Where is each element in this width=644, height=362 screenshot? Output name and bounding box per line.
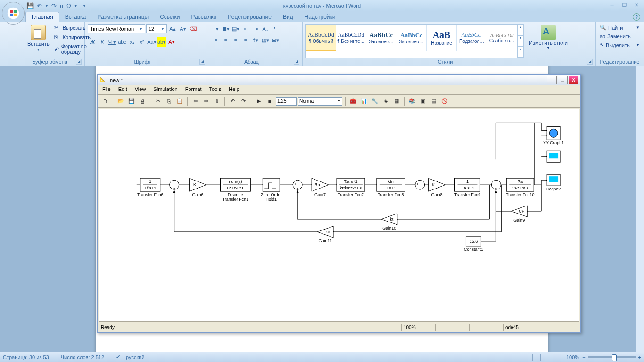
find-button[interactable]: 🔍Найти▼ bbox=[599, 24, 641, 31]
decrease-indent-button[interactable]: ⇤ bbox=[241, 24, 250, 33]
status-page[interactable]: Страница: 30 из 53 bbox=[3, 354, 49, 360]
sim-close-button[interactable]: X bbox=[569, 76, 578, 84]
qat-redo-icon[interactable]: ↷ bbox=[51, 2, 57, 9]
paste-button[interactable]: Вставить ▼ bbox=[25, 24, 51, 58]
paragraph-dialog-launcher[interactable]: ◢ bbox=[294, 59, 299, 65]
menu-format[interactable]: Format bbox=[185, 86, 202, 93]
menu-simulation[interactable]: Simulation bbox=[153, 86, 177, 93]
block-sum1[interactable]: +- bbox=[170, 180, 179, 190]
block-scope2[interactable]: Scope2 bbox=[546, 174, 561, 191]
view-print-button[interactable] bbox=[510, 354, 518, 361]
run-icon[interactable]: ▶ bbox=[254, 97, 264, 106]
block-gain7[interactable]: Ra Gain7 bbox=[312, 178, 329, 197]
block-transfer-fcn8[interactable]: ktn T.s+1 Transfer Fcn8 bbox=[377, 178, 405, 197]
select-button[interactable]: ↖Выделить▼ bbox=[599, 41, 641, 49]
block-sum3[interactable]: ++ bbox=[415, 180, 425, 189]
numbering-button[interactable]: ≣▾ bbox=[221, 24, 231, 33]
save-icon[interactable]: 💾 bbox=[127, 97, 136, 106]
multilevel-button[interactable]: ▤▾ bbox=[231, 24, 240, 33]
tab-references[interactable]: Ссылки bbox=[154, 12, 185, 22]
font-size-combo[interactable]: 12▼ bbox=[146, 24, 167, 33]
tab-insert[interactable]: Вставка bbox=[59, 12, 92, 22]
sim-mode-combo[interactable]: Normal▼ bbox=[298, 97, 342, 106]
menu-help[interactable]: Help bbox=[229, 86, 239, 93]
up-icon[interactable]: ⇧ bbox=[212, 97, 222, 106]
maximize-button[interactable]: ❐ bbox=[619, 1, 630, 8]
bold-button[interactable]: Ж bbox=[88, 37, 97, 47]
block-constant1[interactable]: 15.6 Constant1 bbox=[464, 237, 483, 252]
style-title[interactable]: АаВНазвание bbox=[427, 25, 457, 51]
style-normal[interactable]: AaBbCcDd¶ Обычный bbox=[306, 25, 336, 51]
print-icon[interactable]: 🖨 bbox=[138, 97, 147, 106]
view-web-button[interactable] bbox=[532, 354, 541, 361]
block-transfer-fcn7[interactable]: T.a.s+1 kt*ktn*2*T.s Transfer Fcn7 bbox=[337, 178, 365, 197]
open-icon[interactable]: 📂 bbox=[116, 97, 125, 106]
borders-button[interactable]: ⊞▾ bbox=[271, 35, 280, 45]
style-heading2[interactable]: AaBbCcЗаголово… bbox=[396, 25, 427, 51]
menu-view[interactable]: View bbox=[135, 86, 146, 93]
tab-view[interactable]: Вид bbox=[277, 12, 299, 22]
zoom-value[interactable]: 100% bbox=[566, 354, 579, 360]
qat-pi-icon[interactable]: π bbox=[59, 2, 64, 9]
block-gain9[interactable]: CF Gain9 bbox=[511, 206, 527, 222]
increase-indent-button[interactable]: ⇥ bbox=[251, 24, 260, 33]
spell-icon[interactable]: ✔ bbox=[116, 354, 120, 360]
redo-icon[interactable]: ↷ bbox=[239, 97, 248, 106]
font-dialog-launcher[interactable]: ◢ bbox=[199, 59, 205, 65]
font-face-combo[interactable]: Times New Roman▼ bbox=[88, 24, 145, 33]
align-left-button[interactable]: ≡ bbox=[211, 35, 221, 45]
block-zoh1[interactable]: Zero-Order Hold1 bbox=[261, 178, 281, 202]
paste-icon[interactable]: 📋 bbox=[175, 97, 184, 106]
subscript-button[interactable]: x₂ bbox=[127, 37, 137, 47]
grow-font-button[interactable]: A▴ bbox=[168, 24, 177, 33]
stoptime-input[interactable] bbox=[276, 97, 297, 106]
block-sink[interactable] bbox=[547, 151, 560, 162]
tool-h-icon[interactable]: ▤ bbox=[429, 97, 438, 106]
font-color-button[interactable]: A▾ bbox=[167, 37, 176, 47]
help-button[interactable]: ? bbox=[633, 13, 640, 21]
zoom-out-button[interactable]: − bbox=[582, 354, 585, 360]
block-discrete-tf1[interactable]: num(z) 8*Tz-8*T Discrete Transfer Fcn1 bbox=[220, 178, 250, 202]
tab-home[interactable]: Главная bbox=[25, 12, 59, 22]
justify-button[interactable]: ≡ bbox=[241, 35, 250, 45]
tool-b-icon[interactable]: 📊 bbox=[359, 97, 369, 106]
tab-review[interactable]: Рецензирование bbox=[222, 12, 277, 22]
clipboard-dialog-launcher[interactable]: ◢ bbox=[76, 59, 82, 65]
shrink-font-button[interactable]: A▾ bbox=[178, 24, 188, 33]
block-sum4[interactable]: +- bbox=[491, 180, 501, 190]
tab-mailings[interactable]: Рассылки bbox=[185, 12, 222, 22]
qat-undo-icon[interactable]: ↶ bbox=[37, 2, 42, 9]
styles-scroll[interactable]: ▴▾▾ bbox=[517, 25, 524, 58]
tool-a-icon[interactable]: 🧰 bbox=[348, 97, 358, 106]
back-icon[interactable]: ⇦ bbox=[190, 97, 200, 106]
zoom-in-button[interactable]: + bbox=[638, 354, 641, 360]
tool-g-icon[interactable]: ▣ bbox=[418, 97, 428, 106]
styles-gallery[interactable]: AaBbCcDd¶ Обычный AaBbCcDd¶ Без инте… Aa… bbox=[305, 24, 524, 58]
strike-button[interactable]: abc bbox=[117, 37, 127, 47]
view-read-button[interactable] bbox=[521, 354, 529, 361]
cut-icon[interactable]: ✂ bbox=[153, 97, 163, 106]
sim-minimize-button[interactable]: _ bbox=[547, 76, 557, 84]
menu-tools[interactable]: Tools bbox=[209, 86, 222, 93]
replace-button[interactable]: abЗаменить bbox=[599, 33, 641, 40]
style-heading1[interactable]: AaBbCcЗаголово… bbox=[366, 25, 396, 51]
qat-undo-dropdown[interactable]: ▼ bbox=[45, 4, 49, 8]
underline-button[interactable]: Ч ▾ bbox=[107, 37, 117, 47]
status-words[interactable]: Число слов: 2 512 bbox=[61, 354, 104, 360]
tool-c-icon[interactable]: 🔧 bbox=[370, 97, 380, 106]
italic-button[interactable]: К bbox=[98, 37, 107, 47]
new-icon[interactable]: 🗋 bbox=[100, 97, 110, 106]
qat-customize[interactable]: ▾ bbox=[83, 4, 85, 8]
clear-formatting-button[interactable]: ⌫ bbox=[189, 24, 198, 33]
shading-button[interactable]: ▨▾ bbox=[261, 35, 270, 45]
block-gain8[interactable]: K- Gain8 bbox=[429, 178, 446, 197]
simulink-titlebar[interactable]: 📐 new * _ □ X bbox=[98, 75, 580, 85]
menu-edit[interactable]: Edit bbox=[118, 86, 127, 93]
block-transfer-fcn6[interactable]: 1 Tf.s+1 Transfer Fcn6 bbox=[137, 178, 164, 197]
view-outline-button[interactable] bbox=[544, 354, 552, 361]
superscript-button[interactable]: x² bbox=[137, 37, 147, 47]
office-button[interactable] bbox=[2, 2, 25, 25]
tool-d-icon[interactable]: ◈ bbox=[381, 97, 390, 106]
vertical-scrollbar[interactable] bbox=[636, 66, 644, 352]
undo-icon[interactable]: ↶ bbox=[228, 97, 237, 106]
